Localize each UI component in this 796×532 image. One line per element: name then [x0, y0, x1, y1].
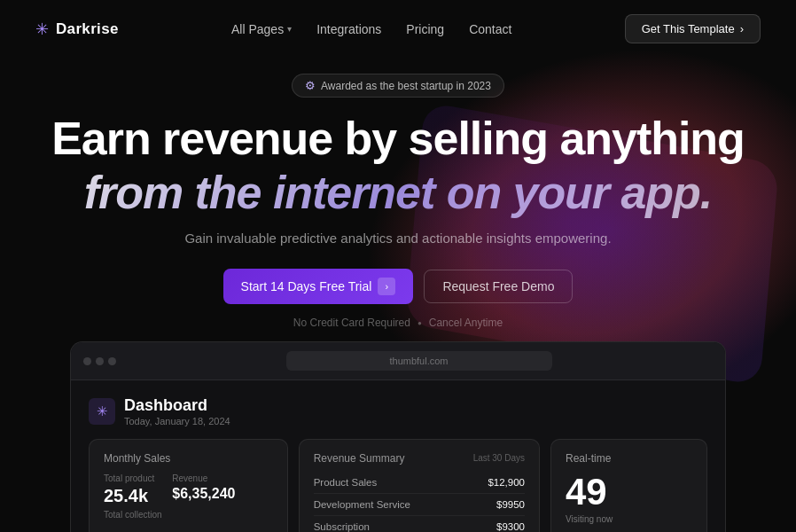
dashboard-cards: Monthly Sales Total product 25.4k Revenu…: [89, 439, 707, 532]
rev-label-1: Development Service: [314, 499, 410, 510]
nav-item-all-pages[interactable]: All Pages ▾: [231, 22, 292, 36]
monthly-sales-title: Monthly Sales: [104, 452, 273, 465]
dashboard-header: ✳ Dashboard Today, January 18, 2024: [89, 396, 707, 426]
revenue-rows: Product Sales $12,900 Development Servic…: [314, 472, 525, 532]
award-text: Awarded as the best startup in 2023: [321, 80, 491, 92]
arrow-icon: ›: [740, 22, 744, 35]
nav-links: All Pages ▾ Integrations Pricing Contact: [231, 21, 511, 37]
trial-button[interactable]: Start 14 Days Free Trial ›: [223, 269, 414, 304]
rev-row-2: Subscription $9300: [314, 516, 525, 532]
realtime-value: 49: [566, 473, 692, 511]
trial-arrow-icon: ›: [378, 278, 395, 295]
realtime-label: Visiting now: [566, 514, 692, 524]
rev-label-2: Subscription: [314, 521, 370, 532]
revenue-summary-header: Revenue Summary Last 30 Days: [314, 452, 525, 465]
hero-buttons: Start 14 Days Free Trial › Request Free …: [35, 269, 761, 304]
total-collection-label: Total collection: [104, 510, 273, 520]
revenue-period: Last 30 Days: [473, 453, 525, 463]
dashboard-title-block: Dashboard Today, January 18, 2024: [124, 396, 230, 426]
revenue-summary-title: Revenue Summary: [314, 452, 405, 465]
hero-title-line2: from the internet on your app.: [35, 168, 761, 218]
total-product-metric: Total product 25.4k: [104, 473, 154, 506]
dashboard-logo-icon: ✳: [89, 398, 115, 425]
hero-title-line1: Earn revenue by selling anything: [35, 113, 761, 164]
dashboard-title: Dashboard: [124, 396, 230, 416]
rev-row-1: Development Service $9950: [314, 494, 525, 516]
revenue-value: $6,35,240: [172, 486, 235, 502]
footnote-right: Cancel Anytime: [429, 317, 503, 329]
realtime-title: Real-time: [566, 452, 692, 465]
nav-item-contact[interactable]: Contact: [469, 22, 511, 36]
monthly-sales-metrics: Total product 25.4k Revenue $6,35,240: [104, 473, 273, 506]
revenue-label: Revenue: [172, 473, 235, 483]
browser-dot-1: [83, 357, 91, 365]
rev-label-0: Product Sales: [314, 477, 378, 488]
logo-icon: ✳: [35, 20, 49, 39]
browser-dot-2: [96, 357, 104, 365]
browser-dots: [83, 357, 116, 365]
logo[interactable]: ✳ Darkrise: [35, 20, 119, 39]
browser-dot-3: [108, 357, 116, 365]
hero-footnote: No Credit Card Required ● Cancel Anytime: [35, 317, 761, 329]
award-icon: ⚙: [305, 79, 316, 92]
revenue-metric: Revenue $6,35,240: [172, 473, 235, 506]
rev-value-1: $9950: [496, 499, 525, 510]
get-template-button[interactable]: Get This Template ›: [625, 14, 761, 43]
logo-text: Darkrise: [56, 20, 119, 38]
total-product-value: 25.4k: [104, 486, 154, 506]
footnote-left: No Credit Card Required: [293, 317, 410, 329]
demo-button[interactable]: Request Free Demo: [424, 270, 573, 303]
navbar: ✳ Darkrise All Pages ▾ Integrations Pric…: [0, 0, 796, 58]
award-badge: ⚙ Awarded as the best startup in 2023: [292, 74, 504, 98]
total-product-label: Total product: [104, 473, 154, 483]
dashboard-preview: thumbful.com ✳ Dashboard Today, January …: [70, 341, 726, 532]
hero-section: ⚙ Awarded as the best startup in 2023 Ea…: [0, 58, 796, 329]
dashboard-date: Today, January 18, 2024: [124, 416, 230, 426]
nav-item-pricing[interactable]: Pricing: [406, 22, 444, 36]
realtime-card: Real-time 49 Visiting now: [550, 439, 707, 532]
rev-row-0: Product Sales $12,900: [314, 472, 525, 494]
rev-value-2: $9300: [496, 521, 525, 532]
hero-subtitle: Gain invaluable predictive analytics and…: [35, 231, 761, 246]
dot-separator: ●: [418, 319, 422, 327]
monthly-sales-card: Monthly Sales Total product 25.4k Revenu…: [89, 439, 288, 532]
dashboard-body: ✳ Dashboard Today, January 18, 2024 Mont…: [71, 380, 725, 532]
rev-value-0: $12,900: [488, 477, 525, 488]
browser-bar: thumbful.com: [71, 342, 725, 380]
nav-item-integrations[interactable]: Integrations: [316, 22, 381, 36]
revenue-summary-card: Revenue Summary Last 30 Days Product Sal…: [299, 439, 540, 532]
browser-url: thumbful.com: [286, 351, 552, 371]
chevron-down-icon: ▾: [287, 24, 292, 34]
